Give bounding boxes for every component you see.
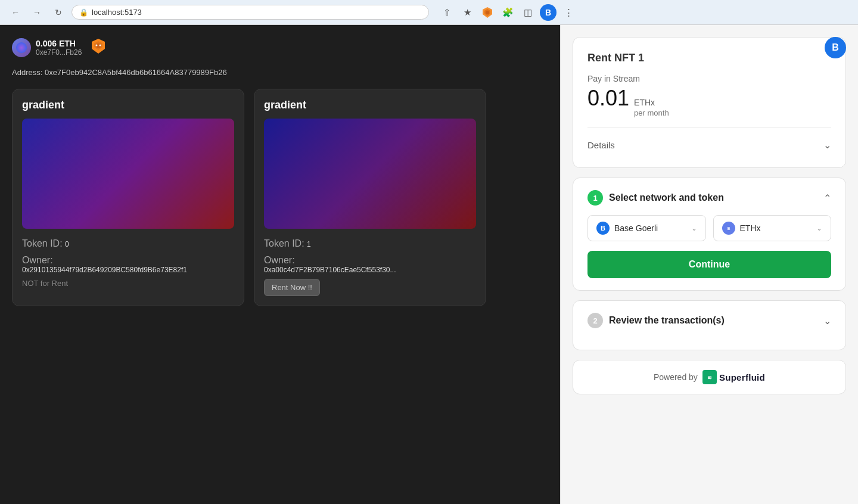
rent-info-section: Rent NFT 1 Pay in Stream 0.01 ETHx per m… — [573, 37, 846, 168]
token-label: ETHx — [740, 223, 812, 233]
step1-title-row: 1 Select network and token — [587, 190, 724, 206]
network-token-row: B Base Goerli ⌄ E ETHx ⌄ — [587, 215, 831, 241]
superfluid-logo: ≋ Superfluid — [702, 370, 765, 384]
metamask-fox-icon — [89, 37, 108, 58]
not-for-rent-badge: NOT for Rent — [22, 279, 234, 288]
owner-label-1: Owner: — [264, 255, 476, 266]
owner-label-0: Owner: — [22, 255, 234, 266]
upload-icon[interactable]: ⇧ — [439, 4, 455, 21]
nft-token-id-row-1: Token ID: 1 — [264, 238, 476, 249]
network-select[interactable]: B Base Goerli ⌄ — [587, 215, 706, 241]
network-label: Base Goerli — [614, 223, 686, 233]
metamask-extension-icon[interactable] — [479, 4, 496, 21]
browser-chrome: ← → ↻ 🔒 localhost:5173 ⇧ ★ 🧩 ◫ B ⋮ — [0, 0, 858, 25]
nft-grid: gradient Token ID: 0 Owner: 0x2910135944… — [12, 89, 548, 306]
full-address: Address: 0xe7F0eb942C8A5bf446db6b61664A8… — [12, 68, 548, 77]
token-id-label-0: Token ID: — [22, 238, 63, 248]
svg-point-3 — [16, 42, 27, 53]
step2-header: 2 Review the transaction(s) ⌄ — [587, 313, 831, 328]
price-amount: 0.01 — [587, 86, 629, 111]
powered-by-section: Powered by ≋ Superfluid — [573, 360, 846, 394]
nft-title-0: gradient — [22, 99, 234, 111]
superfluid-label: Superfluid — [719, 372, 765, 382]
details-row[interactable]: Details ⌄ — [587, 137, 831, 153]
svg-point-7 — [96, 45, 98, 46]
token-id-label-1: Token ID: — [264, 238, 304, 248]
url-text: localhost:5173 — [92, 8, 142, 17]
cast-icon[interactable]: ◫ — [520, 4, 536, 21]
token-select[interactable]: E ETHx ⌄ — [713, 215, 832, 241]
reload-button[interactable]: ↻ — [50, 4, 67, 21]
superfluid-icon: ≋ — [702, 370, 717, 384]
wallet-avatar — [12, 38, 31, 57]
nft-owner-row-1: Owner: 0xa00c4d7F2B79B7106cEae5Cf553f30.… — [264, 255, 476, 274]
nft-card-1: gradient Token ID: 1 Owner: 0xa00c4d7F2B… — [254, 89, 486, 306]
back-button[interactable]: ← — [7, 4, 24, 21]
continue-button[interactable]: Continue — [587, 251, 831, 278]
step1-title: Select network and token — [609, 192, 724, 203]
sidebar-avatar: B — [825, 37, 846, 58]
step1-section: 1 Select network and token ⌃ B Base Goer… — [573, 178, 846, 291]
nft-title-1: gradient — [264, 99, 476, 111]
token-id-value-1: 1 — [307, 240, 311, 248]
wallet-balance: 0.006 ETH — [36, 39, 82, 48]
step2-title-row: 2 Review the transaction(s) — [587, 313, 725, 328]
step2-chevron-icon[interactable]: ⌄ — [823, 315, 831, 326]
token-id-value-0: 0 — [65, 240, 69, 248]
svg-text:≋: ≋ — [707, 375, 712, 381]
step2-title: Review the transaction(s) — [609, 315, 725, 326]
step1-number: 1 — [587, 190, 603, 206]
owner-value-0: 0x2910135944f79d2B649209BC580fd9B6e73E82… — [22, 266, 234, 274]
nft-owner-row-0: Owner: 0x2910135944f79d2B649209BC580fd9B… — [22, 255, 234, 274]
token-chevron-icon: ⌄ — [816, 224, 822, 232]
step2-section: 2 Review the transaction(s) ⌄ — [573, 300, 846, 350]
menu-icon[interactable]: ⋮ — [560, 4, 577, 21]
network-logo: B — [596, 222, 610, 235]
left-panel: 0.006 ETH 0xe7F0...Fb26 Address: 0xe7F0e… — [0, 25, 560, 504]
puzzle-extension-icon[interactable]: 🧩 — [499, 4, 516, 21]
nft-card-0: gradient Token ID: 0 Owner: 0x2910135944… — [12, 89, 244, 306]
svg-text:E: E — [727, 226, 730, 231]
bookmark-icon[interactable]: ★ — [459, 4, 475, 21]
wallet-info: 0.006 ETH 0xe7F0...Fb26 — [12, 37, 548, 58]
rent-nft-title: Rent NFT 1 — [587, 52, 831, 64]
details-chevron-icon: ⌄ — [823, 139, 831, 151]
browser-profile-avatar[interactable]: B — [540, 4, 557, 21]
token-logo: E — [722, 222, 735, 235]
nft-image-1 — [264, 119, 476, 229]
main-area: 0.006 ETH 0xe7F0...Fb26 Address: 0xe7F0e… — [0, 25, 858, 504]
toolbar-right: ⇧ ★ 🧩 ◫ B ⋮ — [439, 4, 577, 21]
price-period: per month — [634, 108, 669, 117]
svg-point-8 — [100, 45, 101, 46]
right-panel: B Rent NFT 1 Pay in Stream 0.01 ETHx per… — [560, 25, 858, 504]
step1-header: 1 Select network and token ⌃ — [587, 190, 831, 206]
forward-button[interactable]: → — [29, 4, 45, 21]
divider — [587, 127, 831, 127]
step2-number: 2 — [587, 313, 603, 328]
owner-value-1: 0xa00c4d7F2B79B7106cEae5Cf553f30... — [264, 266, 476, 274]
nft-image-0 — [22, 119, 234, 229]
rent-now-button[interactable]: Rent Now !! — [264, 279, 320, 296]
svg-point-2 — [486, 11, 489, 14]
nft-token-id-row-0: Token ID: 0 — [22, 238, 234, 249]
network-chevron-icon: ⌄ — [691, 224, 697, 232]
pay-in-stream-label: Pay in Stream — [587, 74, 831, 83]
wallet-address-short: 0xe7F0...Fb26 — [36, 48, 82, 57]
powered-by-text: Powered by — [654, 372, 698, 382]
wallet-details: 0.006 ETH 0xe7F0...Fb26 — [36, 39, 82, 57]
price-token: ETHx — [634, 98, 669, 107]
lock-icon: 🔒 — [79, 8, 88, 17]
address-bar[interactable]: 🔒 localhost:5173 — [72, 5, 429, 20]
step1-chevron-icon[interactable]: ⌃ — [823, 192, 831, 204]
price-row: 0.01 ETHx per month — [587, 86, 831, 117]
details-label: Details — [587, 140, 615, 150]
